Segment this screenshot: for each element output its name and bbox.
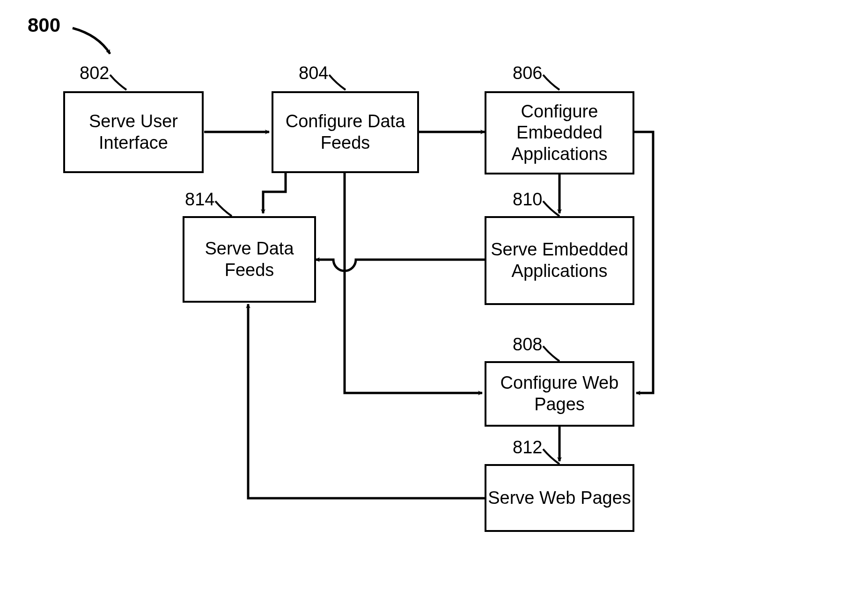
box-label: Configure Web Pages <box>486 372 633 415</box>
box-label: Configure Data Feeds <box>273 111 417 153</box>
box-configure-embedded-applications: Configure Embedded Applications <box>485 91 634 174</box>
box-configure-data-feeds: Configure Data Feeds <box>272 91 419 173</box>
ref-814: 814 <box>185 189 214 210</box>
box-configure-web-pages: Configure Web Pages <box>485 361 634 427</box>
ref-810: 810 <box>513 189 542 210</box>
box-label: Serve Embedded Applications <box>486 239 633 282</box>
box-serve-web-pages: Serve Web Pages <box>485 464 634 532</box>
box-label: Configure Embedded Applications <box>486 101 633 165</box>
ref-802: 802 <box>80 63 109 83</box>
box-serve-data-feeds: Serve Data Feeds <box>183 216 316 303</box>
box-serve-user-interface: Serve User Interface <box>63 91 204 173</box>
box-serve-embedded-applications: Serve Embedded Applications <box>485 216 634 305</box>
box-label: Serve User Interface <box>65 111 202 153</box>
ref-804: 804 <box>299 63 328 83</box>
figure-number: 800 <box>28 14 60 36</box>
diagram-arrows <box>0 0 868 596</box>
ref-806: 806 <box>513 63 542 83</box>
box-label: Serve Data Feeds <box>184 238 314 281</box>
ref-808: 808 <box>513 334 542 355</box>
box-label: Serve Web Pages <box>488 487 631 509</box>
ref-812: 812 <box>513 437 542 458</box>
